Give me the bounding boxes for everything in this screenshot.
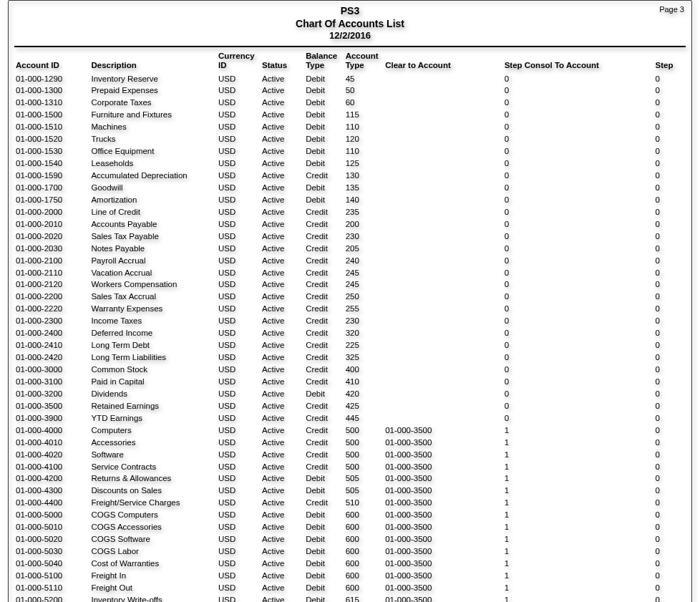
cell-description: Corporate Taxes (89, 97, 217, 109)
cell-status: Active (261, 97, 304, 109)
cell-balance-type: Debit (304, 97, 344, 109)
cell-step: 0 (654, 291, 686, 303)
cell-status: Active (261, 315, 304, 327)
cell-step-consol: 0 (503, 388, 654, 400)
cell-balance-type: Debit (304, 84, 344, 97)
cell-step-consol: 0 (503, 376, 654, 388)
cell-account-id: 01-000-2030 (14, 243, 89, 255)
cell-step: 0 (654, 364, 686, 376)
cell-account-id: 01-000-1510 (14, 121, 89, 133)
cell-currency: USD (217, 97, 261, 109)
cell-currency: USD (217, 558, 261, 570)
cell-account-id: 01-000-4020 (14, 449, 89, 461)
table-row: 01-000-1290Inventory ReserveUSDActiveDeb… (14, 73, 686, 85)
cell-description: Amortization (89, 194, 217, 206)
cell-step: 0 (654, 351, 686, 364)
cell-step: 0 (654, 182, 686, 194)
cell-step: 0 (654, 121, 686, 133)
cell-description: Notes Payable (89, 243, 217, 255)
cell-currency: USD (217, 255, 261, 267)
cell-account-type: 600 (344, 533, 384, 545)
cell-step: 0 (654, 472, 686, 485)
cell-clear-to-account: 01-000-3500 (384, 449, 503, 461)
cell-account-type: 245 (344, 267, 384, 279)
cell-account-id: 01-000-4400 (14, 497, 89, 509)
cell-account-id: 01-000-4200 (14, 472, 89, 485)
cell-status: Active (261, 376, 304, 388)
cell-description: Furniture and Fixtures (89, 109, 217, 121)
cell-status: Active (261, 121, 304, 133)
cell-step-consol: 0 (503, 315, 654, 327)
cell-status: Active (261, 243, 304, 255)
cell-step-consol: 0 (503, 303, 654, 315)
cell-step-consol: 0 (503, 255, 654, 267)
cell-account-id: 01-000-2300 (14, 315, 89, 327)
col-step: Step (654, 50, 686, 72)
cell-step-consol: 1 (503, 461, 654, 473)
cell-description: COGS Accessories (89, 521, 217, 533)
cell-step: 0 (654, 84, 686, 97)
cell-step: 0 (654, 388, 686, 400)
cell-description: Payroll Accrual (89, 255, 217, 267)
cell-status: Active (261, 291, 304, 303)
cell-currency: USD (217, 218, 261, 230)
cell-balance-type: Credit (304, 327, 344, 339)
cell-currency: USD (217, 182, 261, 194)
cell-status: Active (261, 218, 304, 230)
table-row: 01-000-5110Freight OutUSDActiveDebit6000… (14, 582, 686, 594)
cell-balance-type: Credit (304, 170, 344, 182)
cell-status: Active (261, 509, 304, 521)
cell-currency: USD (217, 400, 261, 412)
cell-account-type: 235 (344, 206, 384, 218)
cell-status: Active (261, 327, 304, 339)
cell-step-consol: 0 (503, 400, 654, 412)
table-row: 01-000-4300Discounts on SalesUSDActiveDe… (14, 485, 686, 497)
accounts-table: Account ID Description Currency ID Statu… (14, 50, 686, 602)
cell-clear-to-account: 01-000-3500 (384, 594, 503, 602)
cell-account-type: 600 (344, 558, 384, 570)
cell-account-type: 320 (344, 327, 384, 339)
cell-currency: USD (217, 339, 261, 351)
cell-currency: USD (217, 291, 261, 303)
cell-step-consol: 1 (503, 582, 654, 594)
cell-status: Active (261, 437, 304, 449)
cell-description: Retained Earnings (89, 400, 217, 412)
cell-step-consol: 1 (503, 509, 654, 521)
col-step-consol: Step Consol To Account (503, 50, 654, 72)
table-row: 01-000-3900YTD EarningsUSDActiveCredit44… (14, 412, 686, 424)
cell-step: 0 (654, 339, 686, 351)
cell-balance-type: Debit (304, 133, 344, 145)
cell-step-consol: 1 (503, 485, 654, 497)
cell-currency: USD (217, 84, 261, 97)
cell-step: 0 (654, 400, 686, 412)
cell-account-type: 135 (344, 182, 384, 194)
table-row: 01-000-1530Office EquipmentUSDActiveDebi… (14, 145, 686, 157)
header-rule (14, 46, 686, 47)
cell-step-consol: 0 (503, 291, 654, 303)
cell-step-consol: 0 (503, 230, 654, 243)
cell-account-type: 110 (344, 121, 384, 133)
cell-balance-type: Debit (304, 558, 344, 570)
cell-account-id: 01-000-3000 (14, 364, 89, 376)
cell-step: 0 (654, 461, 686, 473)
cell-step-consol: 1 (503, 521, 654, 533)
cell-balance-type: Credit (304, 400, 344, 412)
cell-currency: USD (217, 497, 261, 509)
cell-step-consol: 0 (503, 351, 654, 364)
cell-account-type: 125 (344, 157, 384, 170)
cell-description: COGS Labor (89, 545, 217, 558)
table-row: 01-000-2030Notes PayableUSDActiveCredit2… (14, 243, 686, 255)
cell-step-consol: 1 (503, 449, 654, 461)
cell-description: Returns & Allowances (89, 472, 217, 485)
cell-account-id: 01-000-3200 (14, 388, 89, 400)
col-status: Status (261, 50, 304, 72)
cell-step: 0 (654, 545, 686, 558)
cell-currency: USD (217, 145, 261, 157)
cell-clear-to-account (384, 388, 503, 400)
table-row: 01-000-5100Freight InUSDActiveDebit60001… (14, 570, 686, 582)
cell-account-id: 01-000-2100 (14, 255, 89, 267)
cell-balance-type: Debit (304, 109, 344, 121)
cell-currency: USD (217, 533, 261, 545)
cell-clear-to-account (384, 315, 503, 327)
cell-step-consol: 0 (503, 121, 654, 133)
